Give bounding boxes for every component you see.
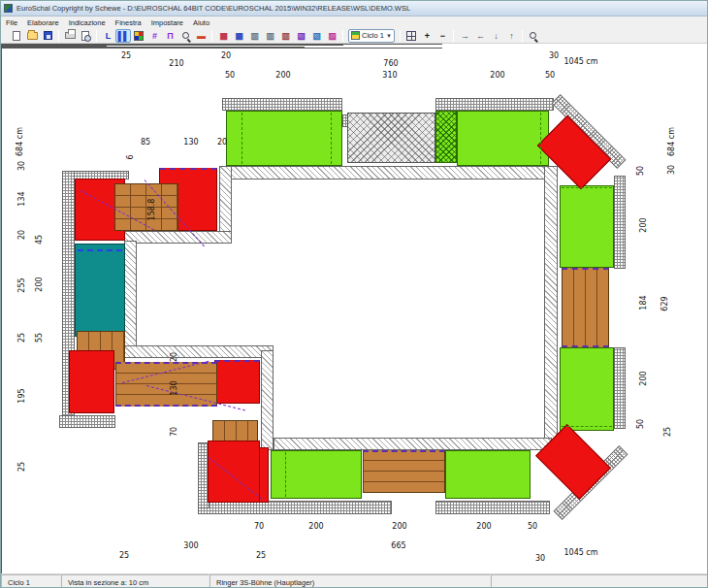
panel-view-button[interactable]: ▧ — [308, 29, 324, 43]
dim-label: 200 — [490, 72, 504, 80]
panel-green[interactable] — [560, 347, 614, 431]
color-view-button[interactable] — [131, 29, 146, 43]
dim-label: 130 — [171, 380, 178, 395]
dim-label: 20 — [217, 139, 227, 147]
scroll-down-button[interactable]: ↓ — [488, 29, 503, 43]
menu-finestra[interactable]: Finestra — [111, 18, 146, 27]
panel-green[interactable] — [457, 111, 549, 166]
color-view-icon — [134, 31, 144, 41]
toolbar: L▌▌#Π▬▦▦▥▥▥▧▧▨Ciclo 1▼+−→←↓↑ — [1, 28, 708, 44]
list-view-2-button[interactable]: ▥ — [262, 29, 277, 43]
app-icon — [4, 4, 13, 13]
wall-segment[interactable] — [544, 166, 558, 450]
window-layout-icon — [406, 31, 416, 41]
dim-label: 158.8 — [148, 199, 156, 221]
dim-label: 50 — [545, 72, 555, 80]
toolbar-separator — [58, 30, 59, 42]
print-button[interactable] — [62, 29, 78, 43]
wall-mode-button[interactable]: L — [100, 29, 115, 43]
dim-label: 25 — [121, 52, 131, 60]
toolbar-separator — [342, 30, 343, 42]
drawing-canvas[interactable]: 2521020760301045 cm502003102005085130206… — [1, 44, 708, 573]
dim-label: 85 — [141, 139, 150, 147]
dim-label: 184 — [640, 295, 648, 310]
zoom-window-icon — [530, 32, 536, 39]
zoom-in-button[interactable]: + — [419, 29, 434, 43]
panel-green[interactable] — [560, 185, 614, 268]
zoom-window-button[interactable] — [526, 29, 541, 43]
zoom-mode-button[interactable] — [177, 29, 193, 43]
new-file-icon — [13, 31, 20, 41]
dim-label: 195 — [18, 388, 26, 403]
menu-bar: FileElaborareIndicazioneFinestraImpostar… — [1, 16, 708, 28]
panel-cycle-button[interactable]: ▨ — [324, 29, 339, 43]
dim-label: 255 — [18, 278, 26, 292]
panel-joint-line — [562, 426, 612, 427]
formwork-remove-button[interactable]: ▦ — [231, 29, 246, 43]
list-view-3-button[interactable]: ▥ — [277, 29, 293, 43]
status-extra — [491, 574, 708, 588]
toolbar-separator — [96, 30, 97, 42]
menu-elaborare[interactable]: Elaborare — [22, 18, 64, 27]
menu-file[interactable]: File — [1, 18, 22, 27]
dim-label: 30 — [549, 52, 559, 60]
menu-indicazione[interactable]: Indicazione — [64, 18, 111, 27]
dim-label: 760 — [383, 60, 398, 68]
panel-joint-line — [562, 187, 612, 188]
panel-3d-button[interactable]: ▧ — [293, 29, 308, 43]
scroll-right-button[interactable]: → — [457, 29, 472, 43]
line-mode-button[interactable]: ▬ — [193, 29, 209, 43]
open-file-button[interactable] — [24, 29, 40, 43]
platform-band — [614, 347, 626, 429]
cycle-select[interactable]: Ciclo 1▼ — [348, 29, 395, 43]
dim-label: 20 — [18, 230, 26, 240]
dim-label: 50 — [225, 72, 235, 80]
platform-band — [614, 176, 626, 269]
dim-label: 1045 cm — [563, 58, 597, 66]
dim-label: 200 — [640, 217, 648, 232]
list-view-1-button[interactable]: ▥ — [246, 29, 262, 43]
dim-label: 1045 cm — [563, 549, 597, 557]
dim-label: 6 — [127, 154, 135, 159]
mesh-mode-button[interactable]: # — [146, 29, 162, 43]
dim-label: 30 — [535, 555, 545, 563]
dim-label: 200 — [392, 523, 406, 531]
dim-label: 55 — [36, 333, 44, 343]
dim-label: 50 — [637, 166, 645, 176]
cycle-icon — [351, 31, 360, 40]
zoom-mode-icon — [182, 32, 189, 39]
scroll-up-button[interactable]: ↑ — [503, 29, 519, 43]
dim-label: 134 — [18, 191, 26, 206]
toolbar-separator — [400, 30, 401, 42]
panel-timber[interactable] — [562, 268, 609, 347]
chevron-down-icon[interactable]: ▼ — [386, 33, 392, 39]
dimension-line — [1, 502, 2, 562]
toolbar-separator — [522, 30, 523, 42]
formwork-mode-button[interactable]: ▌▌ — [115, 29, 131, 43]
window-title: EuroSchal Copyright by Schewe - D:\EUROS… — [16, 4, 410, 13]
dim-label: 200 — [640, 371, 648, 385]
dim-label: 684 cm — [16, 127, 24, 156]
new-file-button[interactable] — [9, 29, 24, 43]
window-layout-button[interactable] — [403, 29, 419, 43]
formwork-assign-button[interactable]: ▦ — [215, 29, 231, 43]
menu-impostare[interactable]: Impostare — [146, 18, 188, 27]
status-bar: Ciclo 1 Vista in sezione a: 10 cm Ringer… — [1, 573, 708, 588]
profile-mode-button[interactable]: Π — [162, 29, 177, 43]
dim-label: 665 — [391, 542, 405, 550]
dim-label: 30 — [668, 165, 676, 175]
panel-green[interactable] — [445, 450, 531, 499]
dim-label: 25 — [664, 427, 672, 437]
zoom-out-button[interactable]: − — [434, 29, 450, 43]
menu-aiuto[interactable]: Aiuto — [188, 18, 214, 27]
title-bar[interactable]: EuroSchal Copyright by Schewe - D:\EUROS… — [1, 1, 708, 16]
status-view: Vista in sezione a: 10 cm — [61, 574, 209, 588]
print-preview-button[interactable] — [78, 29, 93, 43]
dim-label: 200 — [275, 72, 290, 80]
platform-band — [435, 501, 550, 514]
dim-label: 70 — [254, 523, 264, 531]
dim-label: 70 — [171, 427, 178, 437]
dim-label: 30 — [18, 161, 26, 171]
scroll-left-button[interactable]: ← — [472, 29, 488, 43]
save-button[interactable] — [40, 29, 55, 43]
